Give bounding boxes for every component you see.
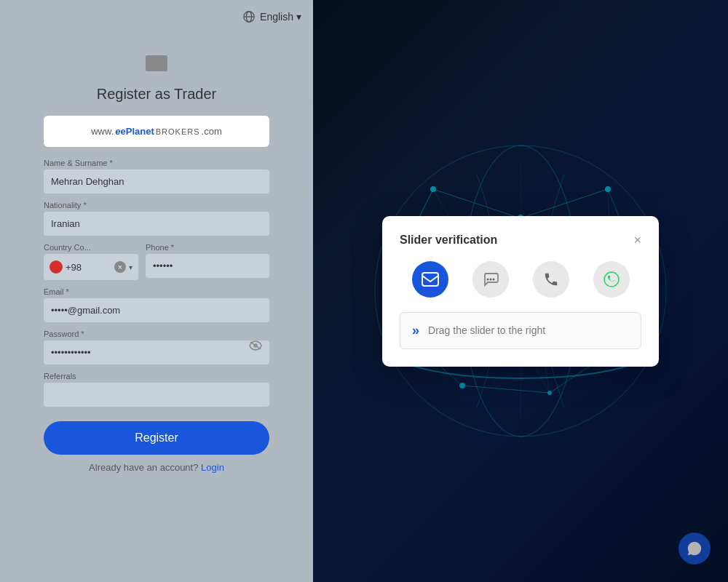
brand-brokers: BROKERS [156,127,200,136]
phone-row: Country Co... +98 × ▾ Phone * [44,243,269,280]
referrals-label: Referrals [44,372,269,380]
modal-close-button[interactable]: × [633,234,641,247]
right-panel: Slider verification × [313,0,728,582]
logo-area [0,55,313,71]
flag-icon [50,260,63,274]
slider-arrows-icon: » [412,323,419,338]
left-panel: English ▾ Register as Trader www. eePlan… [0,0,313,582]
phone-label: Phone * [146,243,269,252]
svg-point-40 [492,278,494,280]
email-group: Email * [44,287,269,322]
language-selector[interactable]: English ▾ [260,11,301,23]
form-container: Register as Trader www. eePlanet BROKERS… [0,86,313,473]
svg-point-41 [604,272,619,287]
modal-overlay: Slider verification × [313,0,728,582]
modal-title: Slider verification [400,234,497,247]
nationality-group: Nationality * [44,201,269,236]
phone-input[interactable] [146,254,269,278]
referrals-group: Referrals [44,372,269,407]
name-label: Name & Surname * [44,159,269,167]
referrals-input[interactable] [44,383,269,407]
login-row: Already have an account? Login [44,462,269,473]
name-group: Name & Surname * [44,159,269,194]
top-bar: English ▾ [0,0,313,33]
password-input[interactable] [44,340,269,364]
whatsapp-contact-button[interactable] [593,261,630,298]
modal-icons-row [400,261,641,298]
nationality-input[interactable] [44,212,269,236]
svg-point-38 [486,278,488,280]
modal-header: Slider verification × [400,234,641,247]
globe-icon [242,10,256,23]
login-link[interactable]: Login [201,462,224,473]
chevron-down-icon: ▾ [296,11,301,23]
password-group: Password * [44,330,269,364]
chat-contact-button[interactable] [472,261,509,298]
slider-verification-track[interactable]: » Drag the slider to the right [400,312,641,349]
svg-rect-37 [422,273,438,286]
password-label: Password * [44,330,269,338]
svg-point-39 [489,278,491,280]
register-button[interactable]: Register [44,421,269,455]
country-chevron-icon: ▾ [129,263,132,271]
nationality-label: Nationality * [44,201,269,210]
brand-eplanet: eePlanet [115,126,154,137]
email-label: Email * [44,287,269,296]
name-input[interactable] [44,170,269,194]
country-code-value: +98 [66,262,111,273]
slider-verification-modal: Slider verification × [382,216,659,367]
language-label: English [260,11,293,23]
country-code-label: Country Co... [44,243,138,252]
phone-contact-button[interactable] [533,261,569,298]
already-account-text: Already have an account? [89,462,198,473]
email-contact-button[interactable] [412,261,448,298]
form-title: Register as Trader [44,86,269,103]
phone-group: Phone * [146,243,269,280]
brand-prefix: www. [91,126,114,137]
clear-country-button[interactable]: × [114,261,126,273]
slider-instruction-text: Drag the slider to the right [428,324,545,336]
email-input[interactable] [44,298,269,322]
country-code-group: Country Co... +98 × ▾ [44,243,138,280]
country-code-selector[interactable]: +98 × ▾ [44,254,138,280]
brand-suffix: .com [202,126,222,137]
toggle-password-icon[interactable] [249,340,262,354]
logo-image [146,55,167,71]
brand-banner: www. eePlanet BROKERS .com [44,116,269,147]
